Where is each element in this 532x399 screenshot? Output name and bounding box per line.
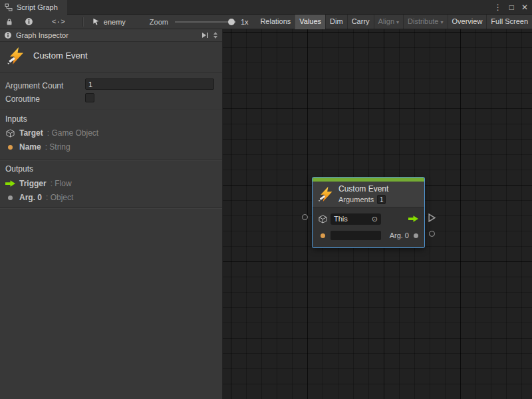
chevron-down-icon: ▾ <box>396 19 399 25</box>
dock-panel-icon[interactable] <box>201 32 209 39</box>
target-port-row: This ⊙ <box>319 212 418 225</box>
input-row-target: Target : Game Object <box>5 128 98 138</box>
values-button[interactable]: Values <box>295 15 325 29</box>
zoom-slider[interactable] <box>175 18 236 26</box>
toolbar-separator <box>82 17 83 27</box>
port-name: Target <box>19 128 43 138</box>
zoom-slider-handle[interactable] <box>228 19 235 25</box>
port-type: : Object <box>46 193 73 202</box>
section-divider <box>0 207 222 208</box>
port-name: Name <box>19 142 41 152</box>
coroutine-checkbox[interactable] <box>85 93 94 102</box>
spinner-arrows-icon[interactable] <box>213 31 218 39</box>
object-port-dot <box>8 196 13 200</box>
zoom-label: Zoom <box>150 18 168 26</box>
window-titlebar: Script Graph ⋮ □ ✕ <box>0 0 532 15</box>
game-object-cube-icon <box>6 129 15 138</box>
custom-event-icon <box>318 186 334 202</box>
node-body: This ⊙ Arg. 0 <box>313 207 424 247</box>
target-input-port[interactable] <box>302 214 308 220</box>
output-row-arg0: Arg. 0 : Object <box>5 193 73 202</box>
section-divider <box>0 110 222 110</box>
event-name-input[interactable] <box>331 231 381 240</box>
arg0-port-dot[interactable] <box>414 233 418 238</box>
window-menu-icon[interactable]: ⋮ <box>494 3 502 12</box>
node-header[interactable]: Custom Event Arguments 1 <box>313 182 424 207</box>
flow-arrow-icon <box>5 180 15 187</box>
outputs-section-title: Outputs <box>5 164 33 174</box>
inspected-node-title: Custom Event <box>33 51 88 72</box>
inputs-section-title: Inputs <box>5 114 27 124</box>
carry-button[interactable]: Carry <box>347 15 374 29</box>
node-title: Custom Event <box>338 184 388 194</box>
graph-inspector-panel: Graph Inspector Custom Event Argument Co… <box>0 29 223 399</box>
overview-button[interactable]: Overview <box>448 15 487 29</box>
object-picker-icon[interactable]: ⊙ <box>372 215 378 223</box>
target-object-dropdown[interactable]: This ⊙ <box>331 213 381 225</box>
coroutine-label: Coroutine <box>5 94 40 104</box>
window-controls: ⋮ □ ✕ <box>494 0 528 15</box>
cursor-icon <box>92 18 100 25</box>
argument-count-input[interactable] <box>85 78 214 90</box>
align-label: Align <box>378 17 394 25</box>
arg0-output-port[interactable] <box>429 231 435 237</box>
relations-button[interactable]: Relations <box>256 15 295 29</box>
game-object-cube-icon <box>319 215 327 223</box>
target-value: This <box>334 215 348 223</box>
section-divider <box>0 160 222 160</box>
script-graph-icon <box>5 3 13 11</box>
port-type: : Game Object <box>47 128 98 138</box>
graph-target-label[interactable]: enemy <box>104 18 126 26</box>
distribute-dropdown-button[interactable]: Distribute▾ <box>403 15 447 29</box>
argument-count-label: Argument Count <box>5 81 63 90</box>
custom-event-icon <box>7 47 25 65</box>
trigger-output-port[interactable] <box>428 213 436 222</box>
string-port-dot[interactable] <box>321 233 325 238</box>
window-close-icon[interactable]: ✕ <box>521 3 528 12</box>
info-icon <box>4 31 12 39</box>
distribute-label: Distribute <box>408 17 438 25</box>
port-name: Arg. 0 <box>19 193 42 202</box>
lock-icon[interactable] <box>5 18 13 26</box>
string-port-dot <box>8 145 13 150</box>
port-type: : String <box>45 142 70 152</box>
arguments-label: Arguments <box>338 196 374 203</box>
output-row-trigger: Trigger : Flow <box>5 179 72 188</box>
toolbar-button-group: Relations Values Dim Carry Align▾ Distri… <box>256 15 532 29</box>
window-maximize-icon[interactable]: □ <box>509 3 514 12</box>
arguments-count-field[interactable]: 1 <box>377 195 386 204</box>
align-dropdown-button[interactable]: Align▾ <box>374 15 403 29</box>
code-icon[interactable]: <·> <box>52 18 65 26</box>
custom-event-node[interactable]: Custom Event Arguments 1 This ⊙ <box>313 178 424 247</box>
arg0-label: Arg. 0 <box>390 231 409 239</box>
info-icon[interactable] <box>25 17 33 26</box>
chevron-down-icon: ▾ <box>441 19 444 25</box>
dim-button[interactable]: Dim <box>325 15 347 29</box>
graph-inspector-title: Graph Inspector <box>16 31 68 39</box>
input-row-name: Name : String <box>5 142 70 152</box>
full-screen-button[interactable]: Full Screen <box>486 15 532 29</box>
zoom-value: 1x <box>241 18 249 26</box>
tab-script-graph[interactable]: Script Graph <box>0 0 67 15</box>
tab-label: Script Graph <box>17 3 58 11</box>
graph-toolbar: <·> enemy Zoom 1x Relations Values Dim C… <box>0 15 532 29</box>
port-type: : Flow <box>51 179 72 188</box>
zoom-slider-track[interactable] <box>175 21 236 23</box>
graph-canvas[interactable]: Custom Event Arguments 1 This ⊙ <box>223 29 532 399</box>
graph-inspector-header: Graph Inspector <box>0 29 222 42</box>
trigger-flow-port-icon[interactable] <box>408 215 418 222</box>
inspected-node-summary: Custom Event <box>0 42 222 72</box>
port-name: Trigger <box>19 179 47 188</box>
name-port-row: Arg. 0 <box>319 229 418 242</box>
